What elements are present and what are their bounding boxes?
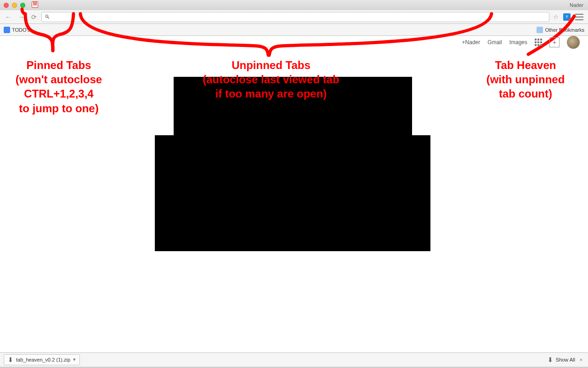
google-gmail-link[interactable]: Gmail [487,39,502,46]
folder-icon [537,27,543,33]
google-account-avatar[interactable] [567,36,580,49]
annotation-pinned: Pinned Tabs (won't autoclose CTRL+1,2,3,… [4,58,114,115]
toolbar: ← → ⟳ 🔍︎ ☆ T 6 [0,10,588,24]
profile-name[interactable]: Nader [570,2,583,8]
window-minimize-icon[interactable] [12,3,17,8]
bookmarks-bar: TODO's Other Bookmarks [0,24,588,36]
window-close-icon[interactable] [4,3,9,8]
macos-titlebar: Nader [0,0,588,10]
forward-button[interactable]: → [16,12,27,22]
window-zoom-icon[interactable] [20,3,25,8]
bookmark-todos[interactable]: TODO's [4,27,30,33]
annotation-tabheaven: Tab Heaven (with unpinned tab count) [472,58,579,101]
download-arrow-icon: ⬇ [548,356,553,363]
download-arrow-icon: ⬇ [8,356,13,363]
close-downloads-bar-button[interactable]: × [578,357,584,362]
dock-shadow [0,366,588,368]
google-plus-share-button[interactable]: + [549,37,560,47]
bookmark-star-icon[interactable]: ☆ [553,13,559,20]
annotation-unpinned: Unpinned Tabs (autoclose last viewed tab… [184,58,358,101]
downloads-bar: ⬇ tab_heaven_v0.2 (1).zip ▾ ⬇ Show All × [0,352,588,366]
tab-heaven-badge: 6 [569,18,572,22]
search-icon: 🔍︎ [45,14,50,20]
google-apps-icon[interactable] [535,39,542,46]
show-all-downloads-button[interactable]: Show All [556,357,575,362]
download-filename: tab_heaven_v0.2 (1).zip [16,357,70,362]
tab-heaven-extension-button[interactable]: T 6 [562,13,571,21]
bookmark-other[interactable]: Other Bookmarks [537,27,584,33]
todo-icon [4,27,10,33]
google-images-link[interactable]: Images [509,39,527,46]
reload-button[interactable]: ⟳ [28,12,40,22]
download-item[interactable]: ⬇ tab_heaven_v0.2 (1).zip ▾ [4,354,80,365]
redacted-area [155,135,430,251]
chrome-menu-button[interactable] [575,14,583,20]
bookmark-label: Other Bookmarks [545,27,584,33]
back-button[interactable]: ← [3,12,14,22]
chevron-down-icon[interactable]: ▾ [73,356,76,362]
gmail-icon [32,1,38,8]
bookmark-label: TODO's [12,27,30,33]
address-bar[interactable]: 🔍︎ [41,12,549,22]
google-user-link[interactable]: +Nader [462,39,481,46]
google-header: +Nader Gmail Images + [462,36,580,49]
